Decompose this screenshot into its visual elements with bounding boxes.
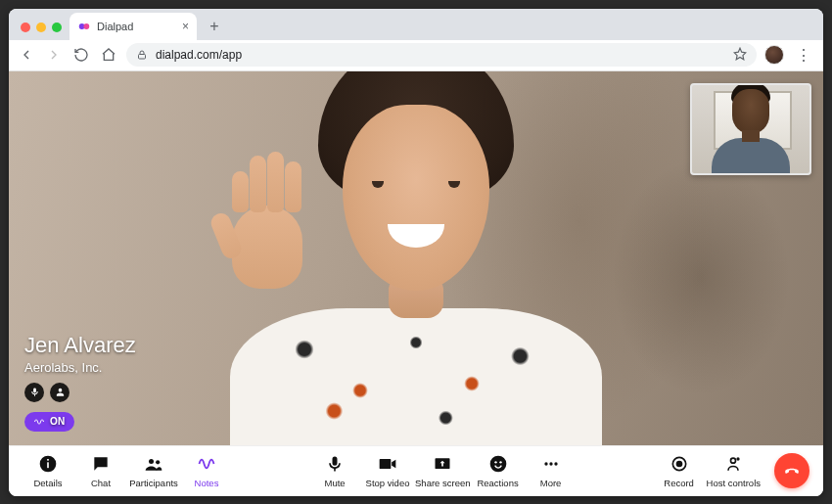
svg-rect-2: [139, 55, 146, 60]
camera-icon: [377, 453, 398, 475]
ai-wave-icon: [196, 453, 217, 475]
info-icon: [37, 453, 59, 475]
window-traffic-lights: [17, 23, 69, 40]
host-icon: [722, 453, 744, 475]
participant-name: Jen Alvarez: [24, 333, 136, 358]
svg-point-11: [499, 461, 501, 463]
window-zoom-icon[interactable]: [52, 23, 62, 32]
reactions-button[interactable]: Reactions: [473, 453, 524, 488]
browser-menu-icon[interactable]: ⋮: [792, 46, 815, 65]
nav-back-icon[interactable]: [17, 45, 36, 65]
call-control-bar: DetailsChatParticipantsNotes MuteStop vi…: [9, 445, 823, 496]
window-close-icon[interactable]: [21, 23, 30, 32]
svg-rect-4: [47, 462, 49, 468]
dots-icon: [540, 453, 562, 475]
share-screen-button[interactable]: Share screen: [415, 453, 471, 488]
bookmark-star-icon[interactable]: [733, 47, 747, 64]
svg-point-17: [731, 458, 736, 463]
participants-label: Participants: [129, 478, 178, 488]
smile-icon: [487, 453, 509, 475]
ai-status-pill[interactable]: ON: [24, 412, 74, 432]
window-minimize-icon[interactable]: [36, 23, 46, 32]
svg-point-6: [149, 459, 154, 464]
nav-reload-icon[interactable]: [71, 45, 91, 65]
control-group-center: MuteStop videoShare screenReactionsMore: [309, 453, 577, 488]
svg-point-18: [737, 457, 740, 460]
reactions-label: Reactions: [477, 478, 518, 488]
participant-company: Aerolabs, Inc.: [24, 360, 136, 375]
stop-video-label: Stop video: [366, 478, 410, 488]
details-button[interactable]: Details: [23, 453, 73, 488]
address-bar[interactable]: dialpad.com/app: [126, 43, 757, 67]
participants-button[interactable]: Participants: [128, 453, 179, 488]
mute-button[interactable]: Mute: [309, 453, 360, 488]
lock-icon: [136, 49, 148, 61]
nav-home-icon[interactable]: [99, 45, 118, 65]
dialpad-favicon-icon: [77, 20, 91, 33]
video-stage: Jen Alvarez Aerolabs, Inc. ON: [9, 71, 823, 445]
browser-window: Dialpad × + dialpad.com/app ⋮: [9, 9, 823, 496]
url-text: dialpad.com/app: [156, 48, 242, 62]
participant-mic-badge: [24, 383, 44, 402]
profile-avatar[interactable]: [764, 45, 784, 65]
people-icon: [143, 453, 164, 475]
more-button[interactable]: More: [526, 453, 577, 488]
svg-point-14: [554, 462, 557, 465]
svg-point-10: [494, 461, 496, 463]
participant-avatar-badge: [50, 383, 69, 402]
browser-toolbar: dialpad.com/app ⋮: [9, 40, 823, 71]
chat-button[interactable]: Chat: [75, 453, 126, 488]
tab-title: Dialpad: [97, 21, 133, 32]
svg-point-7: [156, 460, 160, 464]
chat-label: Chat: [91, 478, 111, 488]
self-view-pip[interactable]: [690, 83, 811, 175]
details-label: Details: [33, 478, 62, 488]
waving-hand: [212, 142, 310, 289]
control-group-right: RecordHost controls: [654, 453, 761, 488]
svg-point-16: [676, 462, 681, 467]
record-label: Record: [664, 478, 694, 488]
stop-video-button[interactable]: Stop video: [362, 453, 413, 488]
notes-label: Notes: [195, 478, 219, 488]
hangup-button[interactable]: [774, 453, 809, 488]
record-button[interactable]: Record: [654, 453, 705, 488]
host-controls-button[interactable]: Host controls: [707, 453, 761, 488]
svg-point-1: [83, 23, 89, 29]
new-tab-button[interactable]: +: [203, 15, 226, 38]
record-icon: [669, 453, 690, 475]
chat-icon: [90, 453, 112, 475]
share-icon: [432, 453, 453, 475]
participant-info-overlay: Jen Alvarez Aerolabs, Inc. ON: [24, 333, 136, 432]
tab-strip: Dialpad × +: [9, 9, 823, 40]
notes-button[interactable]: Notes: [181, 453, 232, 488]
control-group-left: DetailsChatParticipantsNotes: [23, 453, 232, 488]
svg-point-12: [544, 462, 547, 465]
tab-close-icon[interactable]: ×: [182, 20, 189, 33]
svg-point-13: [549, 462, 552, 465]
svg-point-9: [489, 456, 506, 473]
more-label: More: [540, 478, 562, 488]
nav-forward-icon: [44, 45, 64, 65]
host-controls-label: Host controls: [707, 478, 761, 488]
ai-status-label: ON: [50, 416, 66, 427]
browser-tab[interactable]: Dialpad ×: [69, 13, 197, 40]
mute-label: Mute: [324, 478, 345, 488]
share-screen-label: Share screen: [415, 478, 471, 488]
mic-icon: [324, 453, 346, 475]
svg-rect-5: [47, 459, 49, 461]
